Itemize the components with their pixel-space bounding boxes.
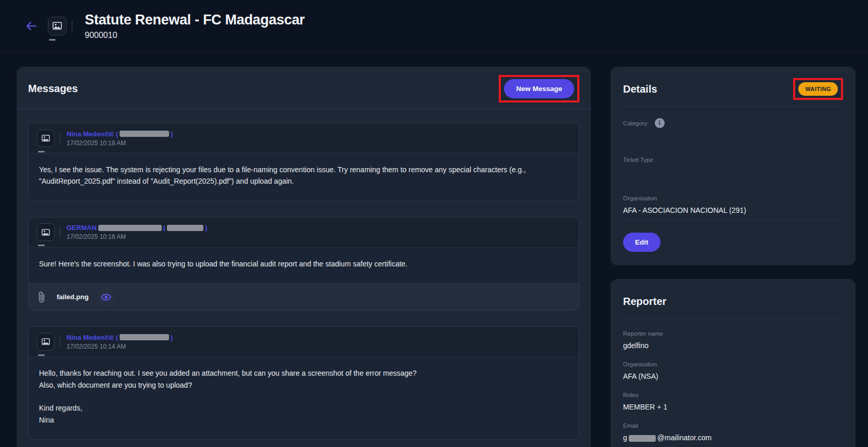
message-timestamp: 17/02/2025 10:16 AM — [67, 233, 207, 240]
reporter-name-value: gdelfino — [623, 341, 843, 350]
avatar-broken-image-icon — [37, 223, 55, 241]
divider — [623, 220, 843, 220]
category-value — [623, 133, 843, 141]
redacted-text — [167, 225, 203, 231]
attachment-filename: failed.png — [57, 293, 88, 301]
category-label: Category — [623, 120, 647, 126]
back-button[interactable] — [22, 18, 41, 34]
messages-title: Messages — [28, 83, 78, 95]
details-title: Details — [623, 83, 657, 95]
message-card: GERMAN() 17/02/2025 10:16 AM Sure! Here'… — [28, 217, 579, 311]
details-panel: Details WAITING Category i Ticket Type O… — [611, 67, 856, 265]
message-author-link[interactable]: GERMAN() — [67, 224, 207, 232]
message-card: Nina Medenčič () 17/02/2025 10:14 AM Hel… — [28, 326, 579, 440]
divider — [60, 226, 60, 238]
redacted-text — [120, 131, 169, 137]
reporter-name-label: Reporter name — [623, 330, 663, 337]
redacted-text — [120, 334, 169, 340]
divider — [623, 106, 843, 107]
message-body: Hello, thanks for reaching out. I see yo… — [29, 357, 579, 439]
reporter-title: Reporter — [623, 296, 666, 308]
avatar-broken-image-icon — [37, 333, 55, 351]
annotation-box-new-message: New Message — [499, 75, 579, 103]
ticket-type-value — [623, 168, 843, 176]
ticket-type-label: Ticket Type — [623, 157, 653, 163]
message-author-link[interactable]: Nina Medenčič () — [67, 334, 173, 341]
divider — [60, 336, 60, 348]
status-badge: WAITING — [798, 82, 838, 96]
email-value: g@mailinator.com — [623, 433, 843, 442]
message-body: Sure! Here's the screenshot. I was also … — [29, 248, 579, 283]
message-timestamp: 17/02/2025 10:14 AM — [67, 343, 173, 350]
divider — [60, 133, 60, 144]
messages-list: Nina Medenčič () 17/02/2025 10:18 AM Yes… — [17, 109, 591, 447]
annotation-box-status: WAITING — [793, 78, 843, 100]
organisation-label: Organisation — [623, 195, 657, 201]
divider — [623, 318, 843, 319]
redacted-text — [629, 435, 656, 442]
ticket-avatar-broken-image-icon — [48, 17, 67, 35]
message-card: Nina Medenčič () 17/02/2025 10:18 AM Yes… — [28, 123, 579, 201]
roles-value: MEMBER + 1 — [623, 403, 843, 411]
message-author-link[interactable]: Nina Medenčič () — [67, 130, 173, 138]
redacted-text — [98, 225, 162, 231]
divider — [72, 20, 72, 32]
messages-panel: Messages New Message Nina Medenčič () 17 — [17, 67, 591, 447]
roles-label: Roles — [623, 392, 638, 398]
edit-button[interactable]: Edit — [623, 233, 660, 252]
reporter-panel: Reporter Reporter name gdelfino Organisa… — [611, 279, 856, 447]
avatar-broken-image-icon — [37, 130, 55, 147]
message-body: Yes, I see the issue. The system is reje… — [29, 154, 579, 201]
reporter-organisation-value: AFA (NSA) — [623, 372, 843, 380]
app-header: Statute Renewal - FC Madagascar 9000010 — [0, 0, 868, 52]
eye-icon — [101, 293, 111, 301]
preview-attachment-button[interactable] — [97, 288, 115, 306]
attachment-row: failed.png — [29, 283, 579, 310]
page-title: Statute Renewal - FC Madagascar — [85, 12, 305, 28]
new-message-button[interactable]: New Message — [504, 79, 574, 98]
ticket-number: 9000010 — [85, 31, 305, 40]
organisation-value: AFA - ASOCIACION NACIONAL (291) — [623, 206, 843, 214]
info-icon[interactable]: i — [655, 118, 665, 128]
arrow-left-icon — [25, 21, 37, 31]
reporter-organisation-label: Organisation — [623, 361, 657, 367]
paperclip-icon — [38, 291, 45, 303]
message-timestamp: 17/02/2025 10:18 AM — [67, 139, 173, 147]
email-label: Email — [623, 423, 638, 429]
